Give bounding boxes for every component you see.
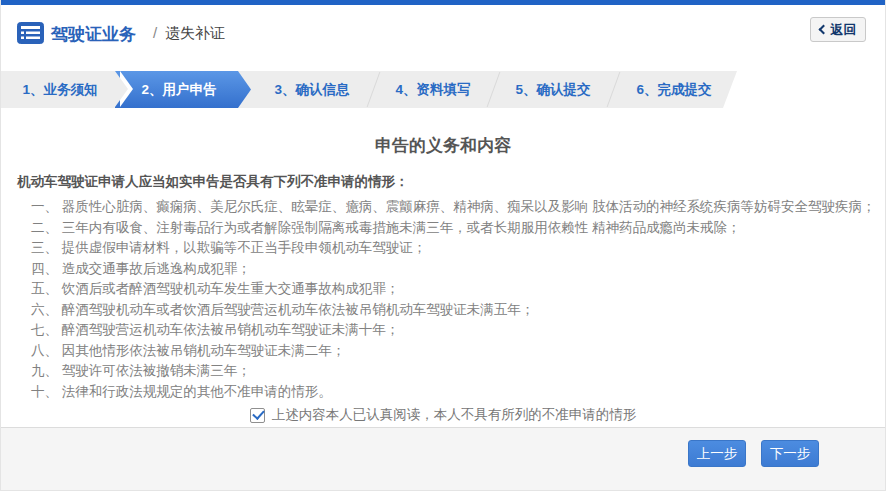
rule-item: 七、 醉酒驾驶营运机动车依法被吊销机动车驾驶证未满十年； (31, 320, 875, 341)
header: 驾驶证业务 / 遗失补证 返回 (1, 5, 885, 63)
rule-item: 八、 因其他情形依法被吊销机动车驾驶证未满二年； (31, 341, 875, 362)
rule-list: 一、 器质性心脏病、癫痫病、美尼尔氏症、眩晕症、癔病、震颤麻痹、精神病、痴呆以及… (31, 197, 875, 402)
previous-step-button[interactable]: 上一步 (688, 440, 746, 467)
rule-item: 十、 法律和行政法规规定的其他不准申请的情形。 (31, 382, 875, 403)
tab-step-5[interactable]: 5、确认提交 (494, 71, 612, 108)
rule-item: 一、 器质性心脏病、癫痫病、美尼尔氏症、眩晕症、癔病、震颤麻痹、精神病、痴呆以及… (31, 197, 875, 218)
tab-step-2-active[interactable]: 2、用户申告 (115, 71, 251, 108)
back-button[interactable]: 返回 (810, 17, 866, 42)
tab-step-4[interactable]: 4、资料填写 (374, 71, 492, 108)
tab-step-1[interactable]: 1、业务须知 (1, 71, 119, 108)
tab-step-6[interactable]: 6、完成提交 (614, 71, 734, 108)
footer-action-bar: 上一步 下一步 (1, 427, 885, 490)
rule-item: 六、 醉酒驾驶机动车或者饮酒后驾驶营运机动车依法被吊销机动车驾驶证未满五年； (31, 300, 875, 321)
license-card-icon (17, 22, 44, 44)
rule-item: 四、 造成交通事故后逃逸构成犯罪； (31, 259, 875, 280)
step-arrow-icon (115, 71, 128, 107)
agreement-row[interactable]: 上述内容本人已认真阅读，本人不具有所列的不准申请的情形 (1, 406, 885, 424)
next-step-button[interactable]: 下一步 (761, 440, 819, 467)
license-service-page: 驾驶证业务 / 遗失补证 返回 1、业务须知 2、用户申告 3、确认信息 4、资… (0, 0, 886, 491)
rule-item: 九、 驾驶许可依法被撤销未满三年； (31, 361, 875, 382)
declaration-intro: 机动车驾驶证申请人应当如实申告是否具有下列不准申请的情形： (17, 173, 869, 191)
breadcrumb-divider: / (153, 24, 157, 41)
step-tabs: 1、业务须知 2、用户申告 3、确认信息 4、资料填写 5、确认提交 6、完成提… (1, 71, 885, 108)
rule-item: 二、 三年内有吸食、注射毒品行为或者解除强制隔离戒毒措施未满三年，或者长期服用依… (31, 218, 875, 239)
declaration-content: 申告的义务和内容 机动车驾驶证申请人应当如实申告是否具有下列不准申请的情形： 一… (1, 134, 885, 424)
agreement-label[interactable]: 上述内容本人已认真阅读，本人不具有所列的不准申请的情形 (272, 406, 637, 424)
tab-step-3[interactable]: 3、确认信息 (253, 71, 371, 108)
chevron-left-icon (818, 25, 828, 35)
breadcrumb: 遗失补证 (165, 24, 225, 43)
rule-item: 五、 饮酒后或者醉酒驾驶机动车发生重大交通事故构成犯罪； (31, 279, 875, 300)
content-title: 申告的义务和内容 (1, 134, 885, 157)
page-section-title: 驾驶证业务 (51, 23, 136, 46)
back-button-label: 返回 (831, 21, 857, 39)
rule-item: 三、 提供虚假申请材料，以欺骗等不正当手段申领机动车驾驶证； (31, 238, 875, 259)
agreement-checkbox[interactable] (250, 408, 265, 423)
